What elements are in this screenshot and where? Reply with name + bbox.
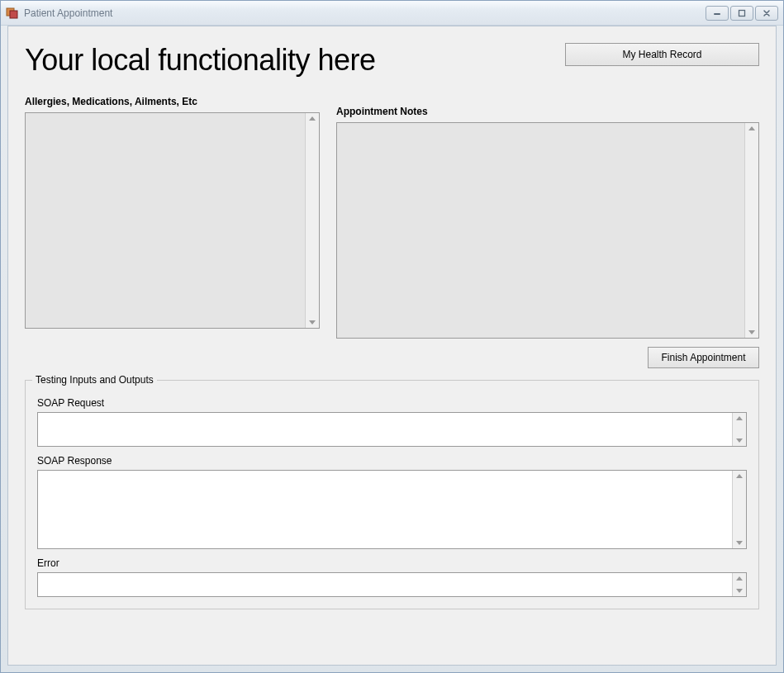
- app-window: Patient Appointment Your local functiona…: [0, 0, 784, 673]
- error-body[interactable]: [38, 573, 732, 596]
- soap-response-label: SOAP Response: [37, 455, 747, 467]
- header-row: Your local functionality here My Health …: [25, 43, 759, 78]
- soap-request-label: SOAP Request: [37, 397, 747, 409]
- allergies-textarea[interactable]: [25, 112, 320, 329]
- scroll-up-icon[interactable]: [748, 125, 756, 132]
- notes-scrollbar[interactable]: [744, 123, 758, 338]
- error-label: Error: [37, 557, 747, 569]
- my-health-record-button[interactable]: My Health Record: [565, 43, 759, 66]
- soap-response-body[interactable]: [38, 471, 732, 548]
- allergies-scrollbar[interactable]: [305, 113, 319, 328]
- client-area: Your local functionality here My Health …: [7, 26, 777, 666]
- finish-appointment-button[interactable]: Finish Appointment: [648, 347, 759, 368]
- maximize-button[interactable]: [730, 6, 753, 21]
- scroll-up-icon[interactable]: [736, 575, 744, 582]
- minimize-button[interactable]: [706, 6, 729, 21]
- app-icon: [6, 7, 19, 20]
- scroll-down-icon[interactable]: [736, 587, 744, 595]
- error-scrollbar[interactable]: [732, 573, 746, 596]
- window-title: Patient Appointment: [24, 7, 706, 19]
- allergies-panel: Allergies, Medications, Ailments, Etc: [25, 96, 320, 339]
- allergies-label: Allergies, Medications, Ailments, Etc: [25, 96, 320, 107]
- content: Your local functionality here My Health …: [8, 26, 776, 665]
- scroll-up-icon[interactable]: [736, 472, 744, 480]
- soap-request-body[interactable]: [38, 413, 732, 446]
- notes-text-body[interactable]: [337, 123, 744, 338]
- panels-row: Allergies, Medications, Ailments, Etc: [25, 96, 759, 339]
- titlebar: Patient Appointment: [1, 1, 783, 26]
- error-textarea[interactable]: [37, 572, 747, 597]
- svg-rect-2: [714, 13, 720, 15]
- scroll-down-icon[interactable]: [748, 329, 756, 336]
- svg-rect-1: [10, 11, 17, 18]
- testing-group-title: Testing Inputs and Outputs: [32, 374, 157, 386]
- notes-textarea[interactable]: [336, 122, 759, 339]
- soap-request-scrollbar[interactable]: [732, 413, 746, 446]
- soap-request-textarea[interactable]: [37, 412, 747, 447]
- scroll-down-icon[interactable]: [736, 539, 744, 547]
- soap-response-textarea[interactable]: [37, 470, 747, 549]
- soap-response-scrollbar[interactable]: [732, 471, 746, 548]
- scroll-down-icon[interactable]: [309, 319, 316, 326]
- scroll-down-icon[interactable]: [736, 437, 744, 444]
- scroll-up-icon[interactable]: [736, 415, 744, 422]
- scroll-up-icon[interactable]: [309, 115, 316, 122]
- close-button[interactable]: [755, 6, 778, 21]
- svg-rect-3: [739, 10, 745, 16]
- notes-panel: Appointment Notes: [336, 96, 759, 339]
- finish-row: Finish Appointment: [25, 347, 759, 368]
- window-controls: [706, 6, 778, 21]
- testing-groupbox: Testing Inputs and Outputs SOAP Request …: [25, 380, 759, 609]
- allergies-text-body[interactable]: [26, 113, 305, 328]
- notes-label: Appointment Notes: [336, 106, 759, 117]
- page-title: Your local functionality here: [25, 43, 375, 78]
